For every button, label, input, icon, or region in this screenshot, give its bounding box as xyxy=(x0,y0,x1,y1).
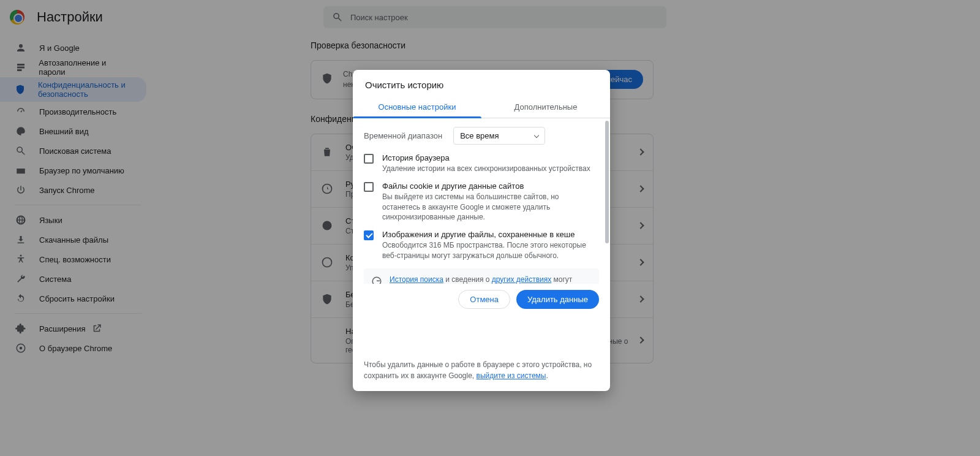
check-title: История браузера xyxy=(382,153,593,162)
chevron-down-icon xyxy=(534,133,539,138)
time-range-select[interactable]: Все время xyxy=(453,127,545,145)
check-sub: Удаление истории на всех синхронизирован… xyxy=(382,164,593,174)
check-row-cookies[interactable]: Файлы cookie и другие данные сайтов Вы в… xyxy=(364,181,599,222)
checkbox-cookies[interactable] xyxy=(364,182,374,192)
search-history-link[interactable]: История поиска xyxy=(390,275,443,284)
dialog-actions: Отмена Удалить данные xyxy=(353,284,610,319)
dialog-scrollbar[interactable] xyxy=(605,121,609,259)
info-text: и сведения о xyxy=(443,275,492,284)
clear-data-dialog: Очистить историю Основные настройки Допо… xyxy=(353,70,610,391)
dialog-title: Очистить историю xyxy=(353,70,610,96)
check-title: Файлы cookie и другие данные сайтов xyxy=(382,181,593,191)
cancel-button[interactable]: Отмена xyxy=(458,290,510,309)
time-range-value: Все время xyxy=(460,131,499,140)
time-range-label: Временной диапазон xyxy=(364,131,442,140)
google-logo-icon xyxy=(371,276,382,284)
clear-data-button[interactable]: Удалить данные xyxy=(516,290,599,309)
check-row-cache[interactable]: Изображения и другие файлы, сохраненные … xyxy=(364,230,599,261)
check-sub: Освободится 316 МБ пространства. После э… xyxy=(382,240,593,261)
tab-basic[interactable]: Основные настройки xyxy=(353,96,481,118)
check-row-history[interactable]: История браузера Удаление истории на все… xyxy=(364,153,599,174)
check-title: Изображения и другие файлы, сохраненные … xyxy=(382,230,593,239)
checkbox-cache[interactable] xyxy=(364,230,374,240)
dialog-body: Временной диапазон Все время История бра… xyxy=(353,118,610,284)
info-card: История поиска и сведения о других дейст… xyxy=(364,268,599,284)
check-sub: Вы выйдете из системы на большинстве сай… xyxy=(382,192,593,222)
other-activity-link[interactable]: других действиях xyxy=(492,275,551,284)
dialog-footnote: Чтобы удалить данные о работе в браузере… xyxy=(353,354,610,391)
dialog-tabs: Основные настройки Дополнительные xyxy=(353,96,610,118)
tab-advanced[interactable]: Дополнительные xyxy=(481,96,610,118)
sign-out-link[interactable]: выйдите из системы xyxy=(477,371,546,380)
checkbox-history[interactable] xyxy=(364,154,374,164)
